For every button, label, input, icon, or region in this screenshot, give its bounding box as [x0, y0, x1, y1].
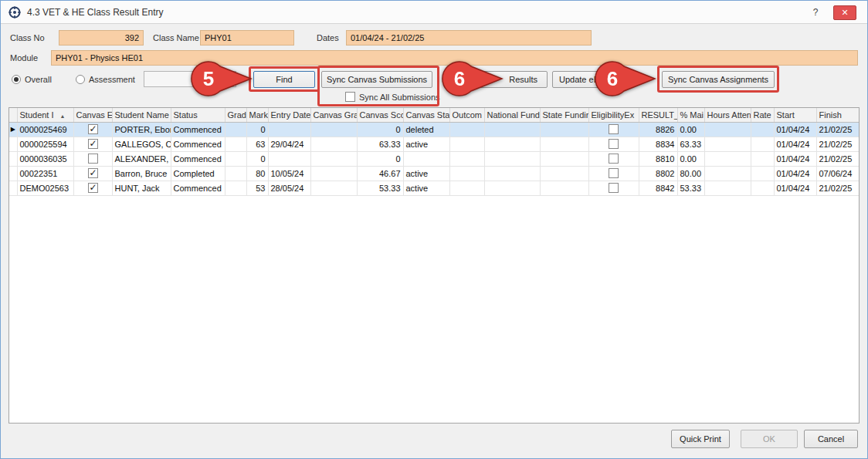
- sync-canvas-submissions-button[interactable]: Sync Canvas Submissions: [321, 71, 432, 88]
- cell-canvas[interactable]: [73, 122, 112, 137]
- eligibility-checkbox[interactable]: [609, 139, 619, 149]
- cell-canvas[interactable]: [73, 137, 112, 151]
- row-indicator-cell: ▶: [9, 122, 17, 137]
- cell-state: [540, 166, 588, 181]
- dates-label: Dates: [317, 33, 339, 42]
- ok-button[interactable]: OK: [741, 430, 798, 448]
- quick-print-button[interactable]: Quick Print: [671, 430, 730, 448]
- sync-canvas-assignments-button[interactable]: Sync Canvas Assignments: [662, 71, 775, 88]
- cell-hours: [704, 181, 751, 195]
- eligibility-checkbox[interactable]: [609, 154, 619, 164]
- column-header[interactable]: Student Name: [112, 108, 171, 122]
- canvas-checkbox[interactable]: [88, 183, 98, 193]
- cell-grade: [225, 181, 246, 195]
- cell-mark: 0: [246, 151, 268, 166]
- canvas-checkbox[interactable]: [88, 168, 98, 178]
- find-button[interactable]: Find: [253, 71, 315, 88]
- column-header[interactable]: Start: [774, 108, 816, 122]
- cell-national: [484, 166, 540, 181]
- cell-result: 8802: [639, 166, 677, 181]
- column-header[interactable]: Hours Atten: [704, 108, 751, 122]
- class-no-field[interactable]: 392: [59, 30, 144, 46]
- cell-national: [484, 181, 540, 195]
- cell-eligibility[interactable]: [588, 137, 639, 151]
- column-header[interactable]: Canvas Sco: [357, 108, 403, 122]
- cell-entry_date: [268, 122, 310, 137]
- column-header[interactable]: Student I▲: [17, 108, 73, 122]
- cell-eligibility[interactable]: [588, 166, 639, 181]
- grid-header-row: Student I▲Canvas EStudent NameStatusGrad…: [9, 108, 860, 122]
- cell-start: 01/04/24: [774, 166, 816, 181]
- cell-finish: 21/02/25: [816, 151, 860, 166]
- overall-radio-circle[interactable]: [12, 75, 21, 84]
- cell-status: Completed: [171, 166, 225, 181]
- column-header[interactable]: RESULT_: [639, 108, 677, 122]
- cell-rate: [751, 137, 774, 151]
- cell-national: [484, 122, 540, 137]
- cell-canvas_grade: [310, 137, 357, 151]
- canvas-checkbox[interactable]: [88, 139, 98, 149]
- cell-eligibility[interactable]: [588, 181, 639, 195]
- dates-field[interactable]: 01/04/24 - 21/02/25: [346, 30, 592, 46]
- column-header[interactable]: Rate: [751, 108, 774, 122]
- eligibility-checkbox[interactable]: [609, 168, 619, 178]
- column-header[interactable]: Outcom: [449, 108, 484, 122]
- cancel-button[interactable]: Cancel: [804, 430, 858, 448]
- eligibility-checkbox[interactable]: [609, 124, 619, 134]
- cell-canvas[interactable]: [73, 181, 112, 195]
- cell-canvas[interactable]: [73, 166, 112, 181]
- cell-result: 8842: [639, 181, 677, 195]
- cell-mark: 53: [246, 181, 268, 195]
- assessment-radio[interactable]: Assessment: [76, 75, 135, 84]
- column-header[interactable]: National Fundi: [484, 108, 540, 122]
- column-header[interactable]: Canvas Gra: [310, 108, 357, 122]
- table-row[interactable]: 0000036035ALEXANDER, JCommenced0088100.0…: [9, 151, 860, 166]
- title-bar: 4.3 VET & HE Class Result Entry ? ✕: [1, 1, 867, 24]
- table-row[interactable]: 0000025594GALLEGOS, CaCommenced6329/04/2…: [9, 137, 860, 151]
- cell-result: 8826: [639, 122, 677, 137]
- cell-pct: 80.00: [677, 166, 704, 181]
- cell-outcome: [449, 137, 484, 151]
- cell-finish: 21/02/25: [816, 181, 860, 195]
- column-header[interactable]: Canvas Stat: [403, 108, 449, 122]
- cell-canvas[interactable]: [73, 151, 112, 166]
- results-table: Student I▲Canvas EStudent NameStatusGrad…: [9, 108, 860, 196]
- cell-canvas_score: 46.67: [357, 166, 403, 181]
- canvas-checkbox[interactable]: [88, 154, 98, 164]
- cell-status: Commenced: [171, 151, 225, 166]
- overall-radio[interactable]: Overall: [12, 75, 52, 84]
- column-header[interactable]: Grade: [225, 108, 246, 122]
- column-header[interactable]: % Mai: [677, 108, 704, 122]
- assessment-radio-circle[interactable]: [76, 75, 85, 84]
- column-header[interactable]: State Fundir: [540, 108, 588, 122]
- cell-eligibility[interactable]: [588, 151, 639, 166]
- cell-status: Commenced: [171, 181, 225, 195]
- svg-text:6: 6: [607, 67, 618, 90]
- column-header[interactable]: Finish: [816, 108, 860, 122]
- eligibility-checkbox[interactable]: [609, 183, 619, 193]
- cell-eligibility[interactable]: [588, 122, 639, 137]
- cell-state: [540, 151, 588, 166]
- table-row[interactable]: ▶0000025469PORTER, EbonCommenced00delete…: [9, 122, 860, 137]
- row-indicator-cell: [9, 151, 17, 166]
- column-header[interactable]: EligibilityEx: [588, 108, 639, 122]
- column-header[interactable]: Mark: [246, 108, 268, 122]
- cell-id: 0000036035: [17, 151, 73, 166]
- table-row[interactable]: 00022351Barron, BruceCompleted8010/05/24…: [9, 166, 860, 181]
- cell-finish: 07/06/24: [816, 166, 860, 181]
- cell-name: Barron, Bruce: [112, 166, 171, 181]
- window-title: 4.3 VET & HE Class Result Entry: [27, 7, 164, 18]
- sync-all-submissions-checkbox[interactable]: Sync All Submissions: [345, 92, 440, 102]
- cell-canvas_status: [403, 151, 449, 166]
- column-header[interactable]: Status: [171, 108, 225, 122]
- table-row[interactable]: DEMO02563HUNT, JackCommenced5328/05/2453…: [9, 181, 860, 195]
- close-button[interactable]: ✕: [833, 5, 856, 20]
- column-header[interactable]: Canvas E: [73, 108, 112, 122]
- results-grid[interactable]: Student I▲Canvas EStudent NameStatusGrad…: [8, 107, 860, 424]
- column-header[interactable]: Entry Date: [268, 108, 310, 122]
- callout-arrow-6b: 6: [595, 60, 656, 97]
- class-name-field[interactable]: PHY01: [200, 30, 294, 46]
- help-button[interactable]: ?: [809, 6, 822, 19]
- sync-all-submissions-checkbox-box[interactable]: [345, 92, 355, 102]
- canvas-checkbox[interactable]: [88, 124, 98, 134]
